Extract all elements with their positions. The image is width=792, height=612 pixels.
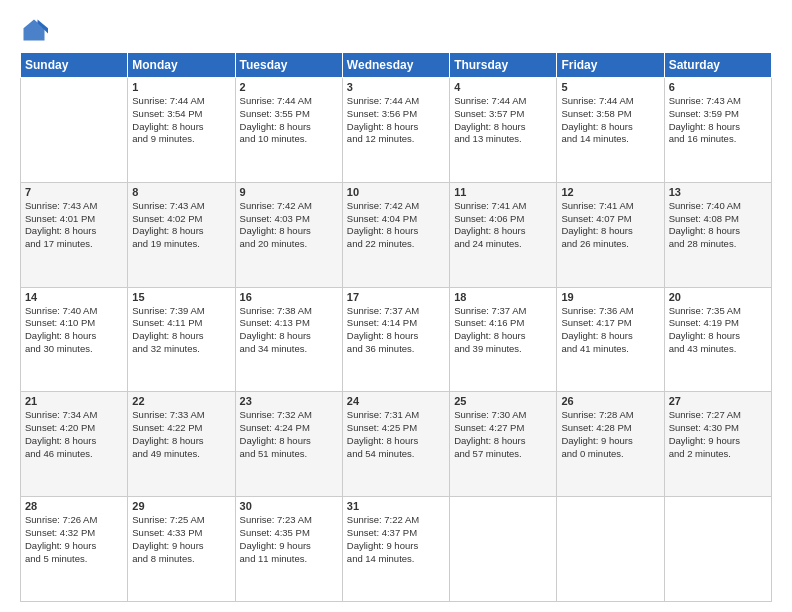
day-number: 31 [347, 500, 445, 512]
calendar-cell: 1Sunrise: 7:44 AM Sunset: 3:54 PM Daylig… [128, 78, 235, 183]
day-info: Sunrise: 7:38 AM Sunset: 4:13 PM Dayligh… [240, 305, 338, 356]
day-number: 29 [132, 500, 230, 512]
day-number: 19 [561, 291, 659, 303]
calendar-cell: 21Sunrise: 7:34 AM Sunset: 4:20 PM Dayli… [21, 392, 128, 497]
day-number: 2 [240, 81, 338, 93]
day-number: 9 [240, 186, 338, 198]
day-info: Sunrise: 7:37 AM Sunset: 4:16 PM Dayligh… [454, 305, 552, 356]
day-number: 30 [240, 500, 338, 512]
calendar-cell: 9Sunrise: 7:42 AM Sunset: 4:03 PM Daylig… [235, 182, 342, 287]
day-info: Sunrise: 7:42 AM Sunset: 4:04 PM Dayligh… [347, 200, 445, 251]
calendar-week-row: 14Sunrise: 7:40 AM Sunset: 4:10 PM Dayli… [21, 287, 772, 392]
day-info: Sunrise: 7:40 AM Sunset: 4:08 PM Dayligh… [669, 200, 767, 251]
day-number: 23 [240, 395, 338, 407]
day-info: Sunrise: 7:43 AM Sunset: 3:59 PM Dayligh… [669, 95, 767, 146]
day-info: Sunrise: 7:39 AM Sunset: 4:11 PM Dayligh… [132, 305, 230, 356]
day-number: 28 [25, 500, 123, 512]
day-number: 1 [132, 81, 230, 93]
day-info: Sunrise: 7:43 AM Sunset: 4:01 PM Dayligh… [25, 200, 123, 251]
day-info: Sunrise: 7:44 AM Sunset: 3:58 PM Dayligh… [561, 95, 659, 146]
day-info: Sunrise: 7:36 AM Sunset: 4:17 PM Dayligh… [561, 305, 659, 356]
calendar-cell: 15Sunrise: 7:39 AM Sunset: 4:11 PM Dayli… [128, 287, 235, 392]
calendar-cell: 24Sunrise: 7:31 AM Sunset: 4:25 PM Dayli… [342, 392, 449, 497]
day-number: 15 [132, 291, 230, 303]
logo [20, 16, 52, 44]
day-number: 5 [561, 81, 659, 93]
calendar-cell: 7Sunrise: 7:43 AM Sunset: 4:01 PM Daylig… [21, 182, 128, 287]
day-info: Sunrise: 7:23 AM Sunset: 4:35 PM Dayligh… [240, 514, 338, 565]
calendar-cell: 25Sunrise: 7:30 AM Sunset: 4:27 PM Dayli… [450, 392, 557, 497]
day-number: 14 [25, 291, 123, 303]
header [20, 16, 772, 44]
calendar-cell [664, 497, 771, 602]
day-info: Sunrise: 7:44 AM Sunset: 3:54 PM Dayligh… [132, 95, 230, 146]
day-number: 7 [25, 186, 123, 198]
calendar-week-row: 7Sunrise: 7:43 AM Sunset: 4:01 PM Daylig… [21, 182, 772, 287]
day-info: Sunrise: 7:34 AM Sunset: 4:20 PM Dayligh… [25, 409, 123, 460]
day-number: 20 [669, 291, 767, 303]
day-info: Sunrise: 7:42 AM Sunset: 4:03 PM Dayligh… [240, 200, 338, 251]
calendar-cell: 14Sunrise: 7:40 AM Sunset: 4:10 PM Dayli… [21, 287, 128, 392]
day-number: 24 [347, 395, 445, 407]
calendar-cell: 30Sunrise: 7:23 AM Sunset: 4:35 PM Dayli… [235, 497, 342, 602]
day-number: 4 [454, 81, 552, 93]
day-info: Sunrise: 7:44 AM Sunset: 3:57 PM Dayligh… [454, 95, 552, 146]
day-info: Sunrise: 7:22 AM Sunset: 4:37 PM Dayligh… [347, 514, 445, 565]
calendar-day-header: Thursday [450, 53, 557, 78]
day-number: 11 [454, 186, 552, 198]
svg-marker-0 [24, 20, 45, 41]
calendar-body: 1Sunrise: 7:44 AM Sunset: 3:54 PM Daylig… [21, 78, 772, 602]
calendar-cell: 12Sunrise: 7:41 AM Sunset: 4:07 PM Dayli… [557, 182, 664, 287]
calendar-week-row: 21Sunrise: 7:34 AM Sunset: 4:20 PM Dayli… [21, 392, 772, 497]
day-info: Sunrise: 7:31 AM Sunset: 4:25 PM Dayligh… [347, 409, 445, 460]
day-info: Sunrise: 7:41 AM Sunset: 4:07 PM Dayligh… [561, 200, 659, 251]
day-info: Sunrise: 7:43 AM Sunset: 4:02 PM Dayligh… [132, 200, 230, 251]
day-info: Sunrise: 7:32 AM Sunset: 4:24 PM Dayligh… [240, 409, 338, 460]
calendar-cell [557, 497, 664, 602]
calendar-cell: 31Sunrise: 7:22 AM Sunset: 4:37 PM Dayli… [342, 497, 449, 602]
calendar-day-header: Tuesday [235, 53, 342, 78]
calendar-cell: 19Sunrise: 7:36 AM Sunset: 4:17 PM Dayli… [557, 287, 664, 392]
calendar-day-header: Monday [128, 53, 235, 78]
calendar-cell [21, 78, 128, 183]
calendar-day-header: Friday [557, 53, 664, 78]
calendar-cell: 6Sunrise: 7:43 AM Sunset: 3:59 PM Daylig… [664, 78, 771, 183]
day-info: Sunrise: 7:26 AM Sunset: 4:32 PM Dayligh… [25, 514, 123, 565]
day-info: Sunrise: 7:30 AM Sunset: 4:27 PM Dayligh… [454, 409, 552, 460]
calendar-cell: 10Sunrise: 7:42 AM Sunset: 4:04 PM Dayli… [342, 182, 449, 287]
calendar-day-header: Sunday [21, 53, 128, 78]
calendar-cell: 4Sunrise: 7:44 AM Sunset: 3:57 PM Daylig… [450, 78, 557, 183]
calendar-cell: 16Sunrise: 7:38 AM Sunset: 4:13 PM Dayli… [235, 287, 342, 392]
day-number: 22 [132, 395, 230, 407]
calendar-cell: 5Sunrise: 7:44 AM Sunset: 3:58 PM Daylig… [557, 78, 664, 183]
calendar-cell: 22Sunrise: 7:33 AM Sunset: 4:22 PM Dayli… [128, 392, 235, 497]
day-number: 12 [561, 186, 659, 198]
calendar-cell: 20Sunrise: 7:35 AM Sunset: 4:19 PM Dayli… [664, 287, 771, 392]
calendar-week-row: 28Sunrise: 7:26 AM Sunset: 4:32 PM Dayli… [21, 497, 772, 602]
day-info: Sunrise: 7:44 AM Sunset: 3:56 PM Dayligh… [347, 95, 445, 146]
day-info: Sunrise: 7:41 AM Sunset: 4:06 PM Dayligh… [454, 200, 552, 251]
calendar-cell: 29Sunrise: 7:25 AM Sunset: 4:33 PM Dayli… [128, 497, 235, 602]
day-number: 18 [454, 291, 552, 303]
calendar-cell: 8Sunrise: 7:43 AM Sunset: 4:02 PM Daylig… [128, 182, 235, 287]
calendar-cell: 3Sunrise: 7:44 AM Sunset: 3:56 PM Daylig… [342, 78, 449, 183]
calendar-cell: 27Sunrise: 7:27 AM Sunset: 4:30 PM Dayli… [664, 392, 771, 497]
calendar-cell: 26Sunrise: 7:28 AM Sunset: 4:28 PM Dayli… [557, 392, 664, 497]
day-number: 6 [669, 81, 767, 93]
day-number: 25 [454, 395, 552, 407]
day-info: Sunrise: 7:40 AM Sunset: 4:10 PM Dayligh… [25, 305, 123, 356]
calendar-day-header: Saturday [664, 53, 771, 78]
day-number: 3 [347, 81, 445, 93]
calendar-table: SundayMondayTuesdayWednesdayThursdayFrid… [20, 52, 772, 602]
day-number: 16 [240, 291, 338, 303]
day-info: Sunrise: 7:27 AM Sunset: 4:30 PM Dayligh… [669, 409, 767, 460]
calendar-cell [450, 497, 557, 602]
calendar-cell: 17Sunrise: 7:37 AM Sunset: 4:14 PM Dayli… [342, 287, 449, 392]
calendar-cell: 23Sunrise: 7:32 AM Sunset: 4:24 PM Dayli… [235, 392, 342, 497]
calendar-header-row: SundayMondayTuesdayWednesdayThursdayFrid… [21, 53, 772, 78]
calendar-cell: 13Sunrise: 7:40 AM Sunset: 4:08 PM Dayli… [664, 182, 771, 287]
calendar-cell: 28Sunrise: 7:26 AM Sunset: 4:32 PM Dayli… [21, 497, 128, 602]
day-info: Sunrise: 7:33 AM Sunset: 4:22 PM Dayligh… [132, 409, 230, 460]
day-number: 27 [669, 395, 767, 407]
logo-icon [20, 16, 48, 44]
